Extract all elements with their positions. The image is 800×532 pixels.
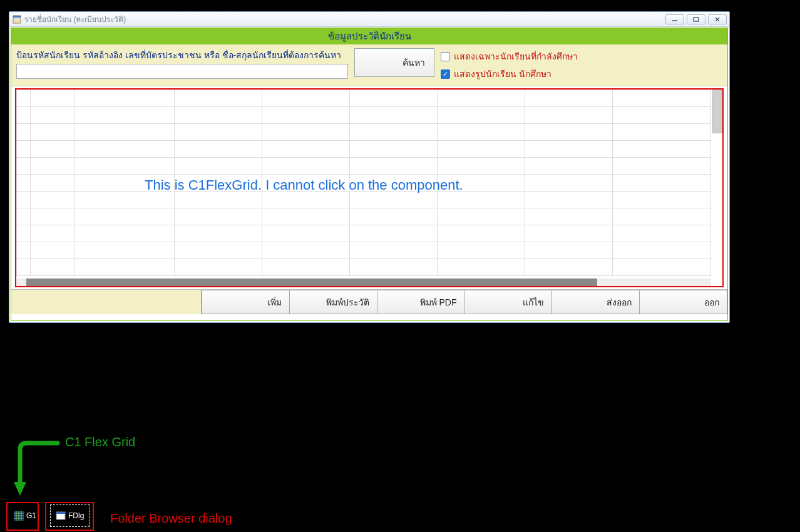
search-panel: ป้อนรหัสนักเรียน รหัสอ้างอิง เลขที่บัตรป… (11, 44, 727, 86)
flexgrid-container: This is C1FlexGrid. I cannot click on th… (15, 88, 724, 287)
svg-rect-1 (13, 16, 21, 18)
minimize-button[interactable] (665, 14, 684, 24)
table-row[interactable] (17, 242, 711, 259)
window-body: ข้อมูลประวัตินักเรียน ป้อนรหัสนักเรียน ร… (11, 28, 728, 321)
search-button[interactable]: ค้นหา (354, 48, 434, 77)
search-label: ป้อนรหัสนักเรียน รหัสอ้างอิง เลขที่บัตรป… (16, 48, 348, 62)
checkbox-icon (441, 52, 450, 61)
table-row[interactable] (17, 107, 711, 124)
search-button-label: ค้นหา (403, 56, 425, 69)
page-title: ข้อมูลประวัตินักเรียน (11, 28, 727, 44)
table-row[interactable] (17, 175, 711, 192)
table-row[interactable] (17, 208, 711, 225)
window-title: รายชื่อนักเรียน (ทะเบียนประวัติ) (24, 13, 665, 25)
table-row[interactable] (17, 192, 711, 208)
table-row[interactable] (17, 225, 711, 242)
table-row[interactable] (17, 158, 711, 175)
add-button[interactable]: เพิ่ม (202, 290, 290, 314)
print-profile-button[interactable]: พิมพ์ประวัติ (290, 290, 377, 314)
checkbox-current-students[interactable]: แสดงเฉพาะนักเรียนที่กำลังศึกษา (441, 49, 578, 63)
annotation-folder-label: Folder Browser dialog (110, 511, 232, 526)
designer-folderdialog-item[interactable]: FDlg (50, 504, 90, 527)
designer-fdlg-label: FDlg (68, 511, 84, 520)
designer-flexgrid-item[interactable]: G1 (9, 504, 41, 527)
table-row[interactable] (17, 141, 711, 158)
export-button[interactable]: ส่งออก (552, 290, 640, 314)
svg-rect-3 (694, 18, 699, 21)
window-controls (665, 14, 727, 24)
horizontal-scrollbar[interactable] (26, 279, 597, 286)
checkbox-icon (441, 69, 450, 79)
vertical-scrollbar[interactable] (712, 90, 722, 133)
folder-dialog-icon (56, 511, 66, 521)
search-input[interactable] (16, 64, 348, 79)
checkbox-current-label: แสดงเฉพาะนักเรียนที่กำลังศึกษา (454, 49, 578, 63)
footer-spacer (11, 290, 202, 314)
app-icon (12, 14, 22, 24)
maximize-button[interactable] (687, 14, 705, 24)
close-button[interactable] (708, 14, 727, 24)
annotation-flexgrid-label: C1 Flex Grid (65, 435, 135, 449)
svg-rect-14 (56, 512, 65, 514)
checkbox-photos-label: แสดงรูปนักเรียน นักศึกษา (454, 67, 551, 81)
edit-button[interactable]: แก้ไข (464, 290, 552, 314)
flexgrid[interactable] (16, 90, 711, 276)
arrow-icon (14, 439, 64, 502)
titlebar: รายชื่อนักเรียน (ทะเบียนประวัติ) (9, 12, 729, 27)
table-row[interactable] (17, 276, 711, 277)
checkbox-show-photos[interactable]: แสดงรูปนักเรียน นักศึกษา (441, 67, 578, 81)
footer-toolbar: เพิ่ม พิมพ์ประวัติ พิมพ์ PDF แก้ไข ส่งออ… (11, 289, 727, 314)
table-row[interactable] (17, 124, 711, 141)
print-pdf-button[interactable]: พิมพ์ PDF (377, 290, 465, 314)
exit-button[interactable]: ออก (640, 290, 727, 314)
designer-g1-label: G1 (26, 511, 36, 520)
grid-icon (14, 511, 24, 521)
app-window: รายชื่อนักเรียน (ทะเบียนประวัติ) ข้อมูลป… (9, 11, 730, 323)
table-row[interactable] (17, 259, 711, 276)
